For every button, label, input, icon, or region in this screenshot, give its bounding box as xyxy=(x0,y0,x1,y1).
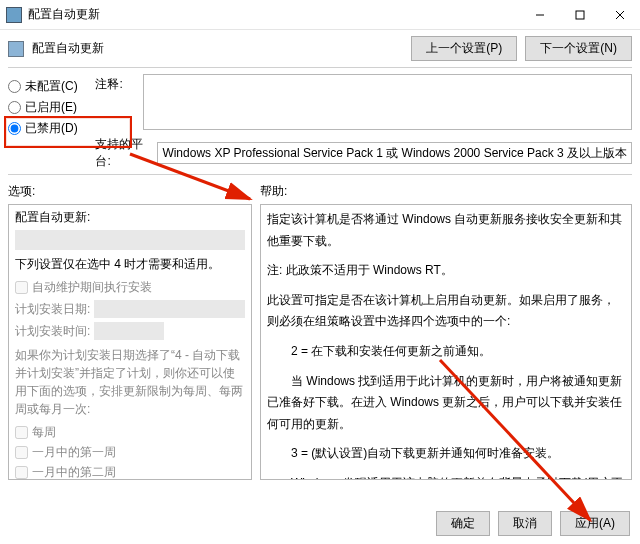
options-title: 配置自动更新: xyxy=(15,209,245,226)
platform-row: 支持的平台: Windows XP Professional Service P… xyxy=(95,136,632,170)
radio-disabled-input[interactable] xyxy=(8,122,21,135)
chk-weekly-input xyxy=(15,426,28,439)
cancel-button[interactable]: 取消 xyxy=(498,511,552,536)
footer: 确定 取消 应用(A) xyxy=(436,511,630,536)
apply-button[interactable]: 应用(A) xyxy=(560,511,630,536)
options-note: 下列设置仅在选中 4 时才需要和适用。 xyxy=(15,256,245,273)
minimize-button[interactable] xyxy=(520,1,560,29)
section-labels: 选项: 帮助: xyxy=(0,175,640,204)
ok-button[interactable]: 确定 xyxy=(436,511,490,536)
app-icon xyxy=(6,7,22,23)
options-para: 如果你为计划安装日期选择了“4 - 自动下载并计划安装”并指定了计划，则你还可以… xyxy=(15,346,245,418)
sched-time-combo xyxy=(94,322,164,340)
help-pane: 指定该计算机是否将通过 Windows 自动更新服务接收安全更新和其他重要下载。… xyxy=(260,204,632,480)
svg-rect-0 xyxy=(576,11,584,19)
help-pane-scroll[interactable]: 指定该计算机是否将通过 Windows 自动更新服务接收安全更新和其他重要下载。… xyxy=(261,205,631,479)
help-p4: 2 = 在下载和安装任何更新之前通知。 xyxy=(267,341,625,363)
help-p5: 当 Windows 找到适用于此计算机的更新时，用户将被通知更新已准备好下载。在… xyxy=(267,371,625,436)
chk-maintenance-input xyxy=(15,281,28,294)
chk-week2-input xyxy=(15,466,28,479)
radio-disabled-label: 已禁用(D) xyxy=(25,120,78,137)
sched-time-row: 计划安装时间: xyxy=(15,322,245,340)
platform-label: 支持的平台: xyxy=(95,136,151,170)
chk-week2: 一月中的第二周 xyxy=(15,464,245,479)
help-p3: 此设置可指定是否在该计算机上启用自动更新。如果启用了服务，则必须在组策略设置中选… xyxy=(267,290,625,333)
help-p6: 3 = (默认设置)自动下载更新并通知何时准备安装。 xyxy=(267,443,625,465)
comment-row: 注释: xyxy=(95,74,632,130)
radio-not-configured-input[interactable] xyxy=(8,80,21,93)
radio-enabled-input[interactable] xyxy=(8,101,21,114)
options-label: 选项: xyxy=(8,183,260,200)
options-pane: 配置自动更新: 下列设置仅在选中 4 时才需要和适用。 自动维护期间执行安装 计… xyxy=(8,204,252,480)
policy-icon xyxy=(8,41,24,57)
radio-column: 未配置(C) 已启用(E) 已禁用(D) xyxy=(8,74,83,170)
comment-textarea[interactable] xyxy=(143,74,632,130)
chk-week2-label: 一月中的第二周 xyxy=(32,464,116,479)
radio-enabled-label: 已启用(E) xyxy=(25,99,77,116)
config-area: 未配置(C) 已启用(E) 已禁用(D) 注释: 支持的平台: Windows … xyxy=(0,68,640,174)
chk-maintenance-label: 自动维护期间执行安装 xyxy=(32,279,152,296)
help-label: 帮助: xyxy=(260,183,632,200)
close-button[interactable] xyxy=(600,1,640,29)
header-title: 配置自动更新 xyxy=(32,40,403,57)
maximize-button[interactable] xyxy=(560,1,600,29)
chk-week1: 一月中的第一周 xyxy=(15,444,245,461)
chk-weekly-label: 每周 xyxy=(32,424,56,441)
radio-not-configured-label: 未配置(C) xyxy=(25,78,78,95)
radio-disabled[interactable]: 已禁用(D) xyxy=(8,120,83,137)
next-setting-button[interactable]: 下一个设置(N) xyxy=(525,36,632,61)
comment-label: 注释: xyxy=(95,74,137,130)
radio-enabled[interactable]: 已启用(E) xyxy=(8,99,83,116)
title-bar: 配置自动更新 xyxy=(0,0,640,30)
chk-maintenance: 自动维护期间执行安装 xyxy=(15,279,245,296)
help-p7: Windows 发现适用于该电脑的更新并在背景中予以下载(用户不被通知或在此过程… xyxy=(267,473,625,479)
panes-row: 配置自动更新: 下列设置仅在选中 4 时才需要和适用。 自动维护期间执行安装 计… xyxy=(0,204,640,480)
sched-day-row: 计划安装日期: xyxy=(15,300,245,318)
sched-time-label: 计划安装时间: xyxy=(15,323,90,340)
options-disabled-combo xyxy=(15,230,245,250)
options-pane-scroll[interactable]: 配置自动更新: 下列设置仅在选中 4 时才需要和适用。 自动维护期间执行安装 计… xyxy=(9,205,251,479)
header-row: 配置自动更新 上一个设置(P) 下一个设置(N) xyxy=(0,30,640,67)
chk-weekly: 每周 xyxy=(15,424,245,441)
sched-day-label: 计划安装日期: xyxy=(15,301,90,318)
platform-value: Windows XP Professional Service Pack 1 或… xyxy=(157,142,632,164)
radio-not-configured[interactable]: 未配置(C) xyxy=(8,78,83,95)
sched-day-combo xyxy=(94,300,245,318)
window-title: 配置自动更新 xyxy=(28,6,520,23)
help-p1: 指定该计算机是否将通过 Windows 自动更新服务接收安全更新和其他重要下载。 xyxy=(267,209,625,252)
prev-setting-button[interactable]: 上一个设置(P) xyxy=(411,36,517,61)
right-column: 注释: 支持的平台: Windows XP Professional Servi… xyxy=(95,74,632,170)
chk-week1-input xyxy=(15,446,28,459)
chk-week1-label: 一月中的第一周 xyxy=(32,444,116,461)
help-p2: 注: 此政策不适用于 Windows RT。 xyxy=(267,260,625,282)
